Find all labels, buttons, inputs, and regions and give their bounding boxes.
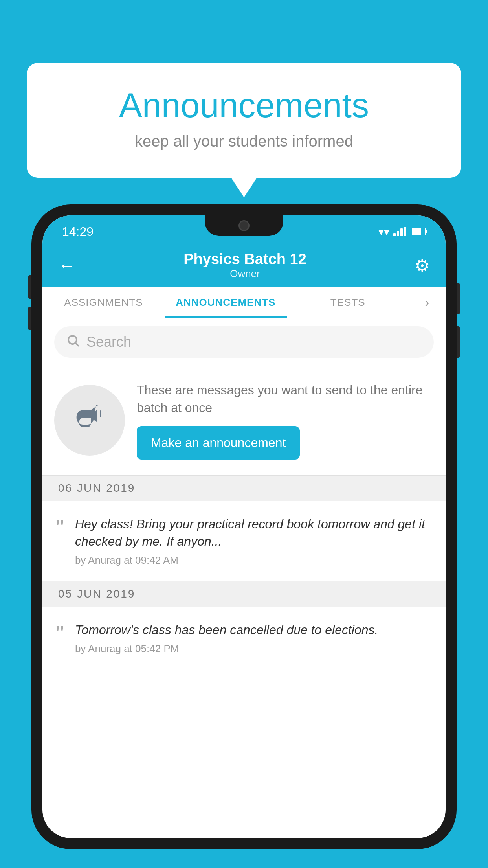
announcement-content-2: Tomorrow's class has been cancelled due … [75, 621, 434, 655]
promo-content: These are messages you want to send to t… [137, 381, 434, 460]
search-container: Search [42, 318, 446, 366]
battery-fill [413, 228, 421, 235]
announcement-content-1: Hey class! Bring your practical record b… [75, 515, 434, 567]
tab-tests[interactable]: TESTS [287, 287, 409, 318]
status-icons: ▾▾ [378, 225, 426, 238]
promo-description: These are messages you want to send to t… [137, 381, 434, 417]
power-button [457, 283, 460, 314]
signal-bar-4 [404, 227, 406, 236]
search-placeholder: Search [86, 334, 131, 350]
wifi-icon: ▾▾ [378, 225, 389, 238]
battery-icon [412, 228, 426, 235]
promo-card: These are messages you want to send to t… [42, 366, 446, 475]
tabs-container: ASSIGNMENTS ANNOUNCEMENTS TESTS › [42, 287, 446, 318]
phone-outer: 14:29 ▾▾ ← Phy [31, 204, 457, 849]
settings-icon[interactable]: ⚙ [415, 256, 430, 276]
announcement-text-1: Hey class! Bring your practical record b… [75, 515, 434, 551]
batch-owner-label: Owner [183, 268, 306, 280]
search-bar[interactable]: Search [54, 326, 434, 358]
announcement-item-1[interactable]: " Hey class! Bring your practical record… [42, 501, 446, 581]
quote-icon-1: " [54, 517, 66, 537]
volume-button [457, 326, 460, 358]
announcements-subtitle: keep all your students informed [58, 132, 430, 150]
tab-assignments[interactable]: ASSIGNMENTS [42, 287, 165, 318]
batch-title: Physics Batch 12 [183, 251, 306, 268]
announcements-title: Announcements [58, 86, 430, 125]
tab-announcements[interactable]: ANNOUNCEMENTS [165, 287, 287, 318]
announcement-author-2: by Anurag at 05:42 PM [75, 643, 434, 655]
search-icon [66, 333, 80, 351]
signal-bar-3 [400, 228, 403, 236]
make-announcement-button[interactable]: Make an announcement [137, 426, 300, 460]
app-header: ← Physics Batch 12 Owner ⚙ [42, 244, 446, 287]
back-button[interactable]: ← [58, 256, 75, 275]
megaphone-icon [74, 401, 105, 440]
quote-icon-2: " [54, 623, 66, 643]
status-time: 14:29 [62, 224, 94, 239]
speech-bubble-container: Announcements keep all your students inf… [27, 63, 461, 178]
phone-container: 14:29 ▾▾ ← Phy [31, 204, 457, 868]
header-title-area: Physics Batch 12 Owner [183, 251, 306, 280]
promo-icon-circle [54, 385, 125, 456]
announcement-text-2: Tomorrow's class has been cancelled due … [75, 621, 434, 639]
signal-bar-1 [393, 233, 396, 236]
announcement-author-1: by Anurag at 09:42 AM [75, 554, 434, 566]
front-camera [238, 220, 250, 231]
volume-up-button [28, 275, 31, 299]
phone-notch [205, 215, 283, 236]
tab-more[interactable]: › [409, 287, 446, 318]
svg-line-1 [76, 343, 79, 346]
date-separator-1: 06 JUN 2019 [42, 475, 446, 501]
announcement-item-2[interactable]: " Tomorrow's class has been cancelled du… [42, 607, 446, 669]
volume-down-button [28, 307, 31, 330]
date-separator-2: 05 JUN 2019 [42, 581, 446, 607]
speech-bubble: Announcements keep all your students inf… [27, 63, 461, 178]
phone-screen: 14:29 ▾▾ ← Phy [42, 215, 446, 838]
signal-bars [393, 227, 406, 236]
signal-bar-2 [397, 231, 399, 236]
